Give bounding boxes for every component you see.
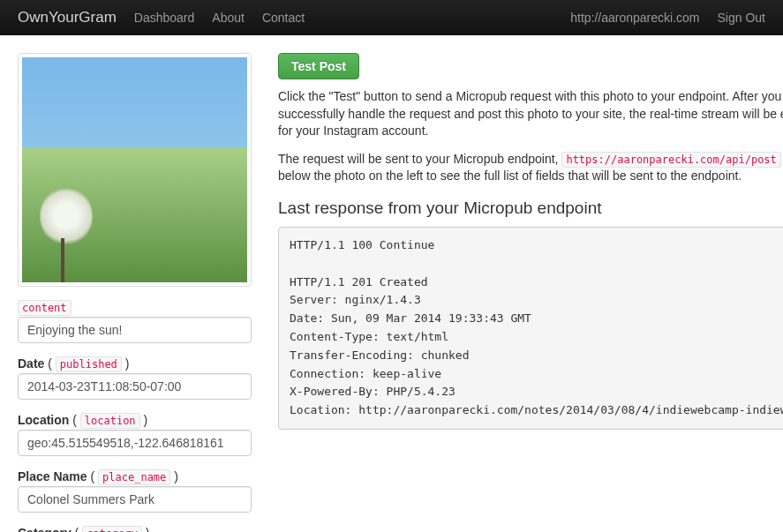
date-input[interactable]: [18, 373, 252, 400]
field-content-code: content: [18, 300, 72, 316]
field-content: content: [18, 300, 252, 343]
photo-image: [22, 57, 247, 282]
field-date-label: Date ( published ): [18, 356, 252, 371]
photo-frame: [18, 53, 252, 287]
field-category-label: Category ( category ): [18, 526, 252, 532]
field-location: Location ( location ): [18, 413, 252, 456]
endpoint-url: https://aaronparecki.com/api/post: [561, 152, 780, 168]
right-column: Test Post Click the "Test" button to sen…: [278, 53, 783, 532]
nav-link-about[interactable]: About: [212, 11, 245, 25]
field-location-label: Location ( location ): [18, 413, 252, 427]
description-2: The request will be sent to your Micropu…: [278, 151, 783, 185]
nav-link-dashboard[interactable]: Dashboard: [134, 11, 195, 25]
sign-out-link[interactable]: Sign Out: [718, 11, 765, 25]
main-container: content Date ( published ) Location ( lo…: [0, 35, 783, 532]
field-date: Date ( published ): [18, 356, 252, 400]
description-1: Click the "Test" button to send a Microp…: [278, 88, 783, 140]
navbar-left: OwnYourGram Dashboard About Contact: [18, 9, 305, 26]
field-category-code: category: [82, 526, 142, 532]
content-input[interactable]: [18, 317, 252, 343]
user-url-link[interactable]: http://aaronparecki.com: [570, 11, 699, 25]
field-place-code: place_name: [98, 469, 170, 485]
field-location-code: location: [80, 413, 140, 429]
place-input[interactable]: [18, 486, 252, 513]
nav-link-contact[interactable]: Contact: [262, 11, 305, 25]
response-body: HTTP/1.1 100 Continue HTTP/1.1 201 Creat…: [278, 227, 783, 430]
location-input[interactable]: [18, 430, 252, 456]
test-post-button[interactable]: Test Post: [278, 53, 359, 79]
field-category: Category ( category ): [18, 526, 252, 532]
navbar-brand[interactable]: OwnYourGram: [18, 9, 117, 26]
field-date-code: published: [56, 356, 122, 372]
field-place: Place Name ( place_name ): [18, 469, 252, 513]
left-column: content Date ( published ) Location ( lo…: [18, 53, 252, 532]
field-place-label: Place Name ( place_name ): [18, 469, 252, 483]
field-content-label: content: [18, 300, 252, 314]
navbar-right: http://aaronparecki.com Sign Out: [570, 11, 765, 25]
navbar: OwnYourGram Dashboard About Contact http…: [0, 0, 783, 35]
response-heading: Last response from your Micropub endpoin…: [278, 199, 783, 218]
